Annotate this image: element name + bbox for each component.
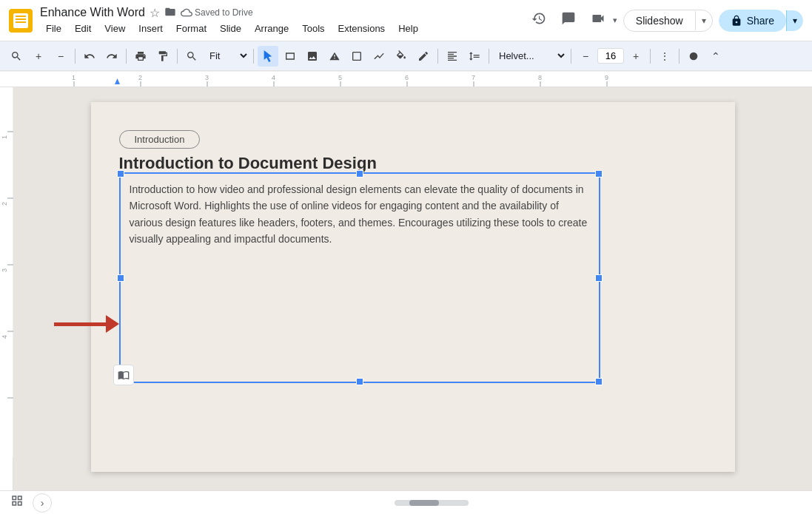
svg-text:8: 8 bbox=[538, 74, 542, 81]
menu-arrange[interactable]: Arrange bbox=[249, 21, 295, 35]
print-button[interactable] bbox=[130, 46, 151, 67]
text-content[interactable]: Introduction to how video and profession… bbox=[130, 181, 590, 248]
svg-text:1: 1 bbox=[1, 135, 8, 139]
separator-9 bbox=[679, 49, 680, 64]
shapes-tool[interactable] bbox=[324, 46, 345, 67]
history-button[interactable] bbox=[527, 8, 551, 33]
svg-point-0 bbox=[690, 52, 698, 60]
handle-bottom-right[interactable] bbox=[595, 378, 603, 385]
svg-text:7: 7 bbox=[472, 74, 475, 81]
select-tool[interactable] bbox=[280, 46, 301, 67]
handle-top-right[interactable] bbox=[595, 170, 603, 177]
svg-text:3: 3 bbox=[205, 74, 209, 81]
separator-7 bbox=[571, 49, 571, 64]
font-size-decrease[interactable]: − bbox=[575, 46, 596, 67]
svg-text:2: 2 bbox=[1, 202, 8, 206]
line-tool[interactable] bbox=[346, 46, 367, 67]
separator-3 bbox=[177, 49, 178, 64]
app-icon-inner bbox=[13, 13, 28, 28]
fit-select[interactable]: Fit 50% 75% 100% bbox=[204, 48, 249, 64]
scrollbar-area bbox=[58, 500, 805, 506]
paint-bucket-tool[interactable] bbox=[391, 46, 412, 67]
menu-slide[interactable]: Slide bbox=[214, 21, 247, 35]
slideshow-group: Slideshow ▾ bbox=[623, 10, 713, 32]
title-section: Enhance With Word ☆ Saved to Drive File … bbox=[40, 6, 527, 35]
share-button[interactable]: Share bbox=[719, 10, 786, 32]
search-button[interactable] bbox=[6, 46, 27, 67]
camera-dropdown[interactable]: ▾ bbox=[613, 16, 617, 25]
handle-middle-left[interactable] bbox=[117, 274, 124, 282]
chat-button[interactable] bbox=[557, 8, 580, 33]
separator-2 bbox=[126, 49, 127, 64]
star-icon[interactable]: ☆ bbox=[150, 6, 160, 20]
scrollbar-thumb[interactable] bbox=[409, 500, 439, 506]
menu-format[interactable]: Format bbox=[170, 21, 212, 35]
redo-button[interactable] bbox=[101, 46, 122, 67]
expand-panel-button[interactable]: › bbox=[33, 493, 52, 513]
zoom-in-button[interactable]: + bbox=[28, 46, 49, 67]
folder-icon[interactable] bbox=[164, 6, 176, 20]
menu-help[interactable]: Help bbox=[392, 21, 424, 35]
menu-tools[interactable]: Tools bbox=[296, 21, 330, 35]
svg-text:1: 1 bbox=[72, 74, 76, 81]
pen-tool[interactable] bbox=[413, 46, 434, 67]
menu-extensions[interactable]: Extensions bbox=[332, 21, 392, 35]
text-align-tool[interactable] bbox=[442, 46, 463, 67]
annotation-arrow bbox=[54, 313, 121, 335]
menu-file[interactable]: File bbox=[40, 21, 67, 35]
share-dropdown-button[interactable]: ▾ bbox=[786, 10, 803, 31]
separator-5 bbox=[437, 49, 438, 64]
paint-format-button[interactable] bbox=[152, 46, 173, 67]
handle-middle-right[interactable] bbox=[595, 274, 603, 282]
slide: Introduction Introduction to Document De… bbox=[91, 102, 735, 472]
svg-text:9: 9 bbox=[605, 74, 608, 81]
cursor-tool[interactable] bbox=[258, 46, 278, 67]
zoom-out-button[interactable]: − bbox=[50, 46, 71, 67]
canvas-area[interactable]: Introduction Introduction to Document De… bbox=[13, 87, 812, 490]
slide-title: Introduction to Document Design bbox=[119, 154, 377, 173]
cloud-saved: Saved to Drive bbox=[181, 7, 253, 18]
separator-1 bbox=[75, 49, 76, 64]
header-right: ▾ Slideshow ▾ Share ▾ bbox=[527, 8, 803, 33]
font-select[interactable]: Helvet... Arial Times New Roman bbox=[493, 48, 567, 64]
menu-view[interactable]: View bbox=[98, 21, 131, 35]
slideshow-button[interactable]: Slideshow bbox=[624, 10, 695, 31]
undo-button[interactable] bbox=[79, 46, 100, 67]
connector-tool[interactable] bbox=[369, 46, 389, 67]
smart-compose-button[interactable] bbox=[113, 365, 134, 385]
main-area: 1 2 3 4 Introduction Introduction to Doc… bbox=[0, 87, 812, 490]
grid-button[interactable] bbox=[7, 491, 27, 514]
zoom-button[interactable] bbox=[181, 46, 202, 67]
font-size-input[interactable]: 16 bbox=[597, 48, 624, 64]
separator-4 bbox=[253, 49, 254, 64]
doc-title: Enhance With Word bbox=[40, 6, 145, 19]
arrow-head bbox=[106, 315, 119, 333]
separator-6 bbox=[489, 49, 489, 64]
left-ruler: 1 2 3 4 bbox=[0, 87, 13, 490]
image-tool[interactable] bbox=[302, 46, 323, 67]
record-button[interactable] bbox=[683, 46, 704, 67]
ruler: 1 2 3 4 5 6 7 8 9 bbox=[0, 71, 812, 87]
svg-text:2: 2 bbox=[138, 74, 142, 81]
collapse-button[interactable]: ⌃ bbox=[705, 46, 726, 67]
title-bar: Enhance With Word ☆ Saved to Drive File … bbox=[0, 0, 812, 41]
menu-edit[interactable]: Edit bbox=[69, 21, 97, 35]
slideshow-dropdown-button[interactable]: ▾ bbox=[695, 11, 712, 30]
share-group: Share ▾ bbox=[719, 10, 803, 32]
app-icon bbox=[9, 9, 33, 33]
handle-bottom-middle[interactable] bbox=[356, 378, 363, 385]
horizontal-scrollbar[interactable] bbox=[395, 500, 469, 506]
more-options-button[interactable]: ⋮ bbox=[654, 46, 675, 67]
camera-button[interactable] bbox=[586, 8, 610, 33]
toolbar: + − Fit 50% 75% 100% bbox=[0, 41, 812, 71]
line-spacing-tool[interactable] bbox=[464, 46, 485, 67]
text-box[interactable]: Introduction to how video and profession… bbox=[119, 172, 600, 383]
handle-top-left[interactable] bbox=[117, 170, 124, 177]
svg-text:3: 3 bbox=[1, 268, 8, 272]
bottom-bar: › bbox=[0, 490, 812, 514]
font-size-increase[interactable]: + bbox=[625, 46, 646, 67]
handle-top-middle[interactable] bbox=[356, 170, 363, 177]
menu-insert[interactable]: Insert bbox=[132, 21, 169, 35]
title-row: Enhance With Word ☆ Saved to Drive bbox=[40, 6, 527, 20]
menu-bar: File Edit View Insert Format Slide Arran… bbox=[40, 21, 527, 35]
